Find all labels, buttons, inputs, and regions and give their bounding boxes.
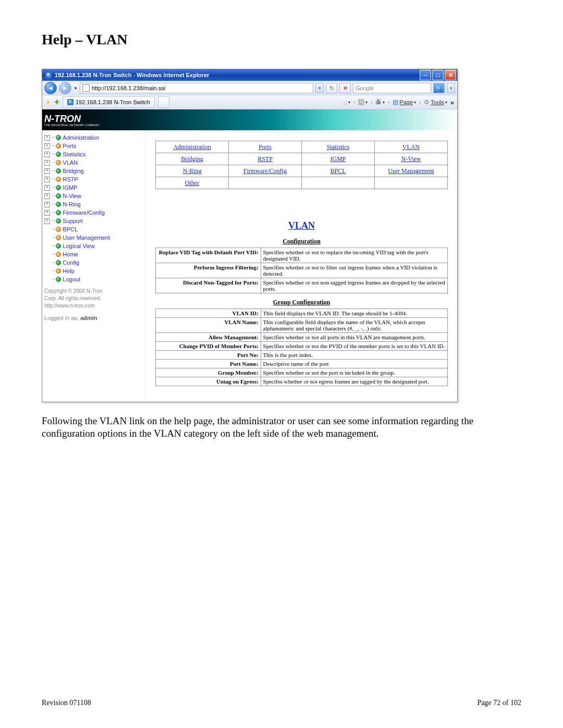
help-nav-link[interactable]: Bridging: [156, 153, 229, 165]
expand-icon[interactable]: +: [44, 202, 50, 207]
expand-icon[interactable]: +: [44, 152, 50, 157]
refresh-button[interactable]: ↻: [326, 83, 337, 93]
sidebar-item-n-ring[interactable]: +···N-Ring: [44, 200, 143, 208]
field-description: Specifies whether or not non-tagged ingr…: [261, 278, 447, 293]
field-label: Untag on Egress:: [156, 377, 261, 386]
expand-icon[interactable]: +: [44, 135, 50, 141]
add-favorite-icon[interactable]: ✚: [54, 98, 59, 106]
expand-icon[interactable]: +: [44, 210, 50, 216]
sidebar-item-firmware-config[interactable]: +···Firmware/Config: [44, 208, 143, 217]
help-nav-link[interactable]: BPCL: [302, 165, 375, 177]
feed-icon: ∿: [358, 99, 364, 105]
help-nav-link[interactable]: VLAN: [375, 141, 448, 153]
tab-favicon-icon: [67, 99, 74, 105]
body-text: Following the VLAN link on the help page…: [42, 415, 521, 440]
tree-connector-icon: ···: [52, 267, 54, 275]
sidebar-item-statistics[interactable]: +···Statistics: [44, 150, 143, 158]
chevron-more-icon[interactable]: »: [450, 98, 454, 106]
field-label: Change PVID of Member Ports:: [156, 342, 261, 351]
search-button[interactable]: 🔍: [433, 83, 445, 93]
sidebar-item-label: Statistics: [63, 150, 85, 158]
expand-icon[interactable]: +: [44, 160, 50, 166]
bullet-icon: [56, 210, 61, 215]
sidebar-item-user-management[interactable]: ···User Management: [44, 233, 143, 242]
sidebar-item-rstp[interactable]: +···RSTP: [44, 175, 143, 183]
expand-icon[interactable]: +: [44, 177, 50, 182]
tree-connector-icon: ···: [52, 200, 54, 208]
help-nav-link[interactable]: Other: [156, 177, 229, 189]
address-field[interactable]: http://192.168.1.238/main.ssi: [80, 83, 313, 93]
sidebar-item-logical-view[interactable]: ···Logical View: [44, 242, 143, 250]
minimize-button[interactable]: ─: [420, 70, 431, 80]
address-dropdown[interactable]: ▾: [315, 83, 324, 93]
field-description: This field displays the VLAN ID. The ran…: [261, 309, 447, 318]
tools-menu[interactable]: ⚙ Tools ▾: [424, 98, 447, 106]
sidebar-item-label: Config: [63, 258, 79, 267]
brand-banner: N-TRON THE INDUSTRIAL NETWORK COMPANY: [42, 109, 457, 130]
group-config-table: VLAN ID:This field displays the VLAN ID.…: [155, 309, 448, 386]
expand-icon[interactable]: +: [44, 193, 50, 199]
sidebar-item-logout[interactable]: ···Logout: [44, 275, 143, 283]
help-nav-link[interactable]: Statistics: [302, 141, 375, 153]
table-row: Discard Non-Tagged for Ports:Specifies w…: [156, 278, 448, 293]
help-nav-link[interactable]: Firmware/Config: [229, 165, 302, 177]
help-nav-link[interactable]: Ports: [229, 141, 302, 153]
table-row: Group Member:Specifies whether or not th…: [156, 368, 448, 377]
bullet-icon: [56, 152, 61, 157]
field-description: Descriptive name of the port: [261, 360, 447, 368]
browser-tab[interactable]: 192.168.1.238 N-Tron Switch: [63, 96, 155, 108]
help-nav-link[interactable]: IGMP: [302, 153, 375, 165]
sidebar-item-administration[interactable]: +···Administration: [44, 133, 143, 142]
expand-icon[interactable]: +: [44, 185, 50, 191]
sidebar-item-home[interactable]: ···Home: [44, 250, 143, 258]
sidebar-item-n-view[interactable]: +···N-View: [44, 192, 143, 200]
maximize-button[interactable]: □: [432, 70, 444, 80]
favorites-icon[interactable]: ★: [45, 98, 51, 106]
sidebar-item-vlan[interactable]: +···VLAN: [44, 158, 143, 167]
stop-button[interactable]: ✕: [339, 83, 351, 93]
page-menu[interactable]: ▤ Page ▾: [393, 98, 416, 106]
bullet-icon: [56, 185, 61, 190]
search-dropdown[interactable]: ▾: [447, 83, 455, 93]
sidebar-item-bpcl[interactable]: ···BPCL: [44, 225, 143, 233]
help-nav-link[interactable]: N-View: [375, 153, 448, 165]
group-config-heading: Group Configuration: [155, 299, 448, 306]
copyright-line2: Corp. All rights reserved.: [44, 295, 143, 302]
sidebar-item-ports[interactable]: +···Ports: [44, 142, 143, 150]
field-label: VLAN ID:: [156, 309, 261, 318]
expand-icon[interactable]: +: [44, 143, 50, 149]
config-table: Replace VID Tag with Default Port VID:Sp…: [155, 248, 448, 293]
help-nav-link[interactable]: N-Ring: [156, 165, 229, 177]
tree-connector-icon: ···: [52, 183, 54, 192]
field-label: Port No:: [156, 351, 261, 360]
new-tab-button[interactable]: [158, 96, 169, 108]
sidebar-item-igmp[interactable]: +···IGMP: [44, 183, 143, 192]
sidebar-item-support[interactable]: +···Support: [44, 217, 143, 225]
sidebar-item-bridging[interactable]: +···Bridging: [44, 167, 143, 175]
expand-icon[interactable]: +: [44, 168, 50, 174]
help-nav-link[interactable]: User Management: [375, 165, 448, 177]
expand-icon[interactable]: +: [44, 218, 50, 224]
sidebar-item-help[interactable]: ···Help: [44, 267, 143, 275]
page-icon: [82, 84, 90, 92]
tree-connector-icon: ···: [52, 142, 54, 150]
nav-dropdown-icon[interactable]: ▼: [74, 86, 78, 91]
tree-connector-icon: ···: [52, 208, 54, 217]
help-nav-link[interactable]: Administration: [156, 141, 229, 153]
help-nav-link[interactable]: RSTP: [229, 153, 302, 165]
sidebar-item-label: User Management: [63, 233, 110, 242]
tools-icon: ⚙: [424, 98, 430, 106]
home-button[interactable]: ⌂▾: [343, 98, 350, 106]
search-field[interactable]: Google: [353, 83, 431, 93]
print-button[interactable]: 🖶▾: [375, 98, 385, 106]
table-row: Change PVID of Member Ports:Specifies wh…: [156, 342, 448, 351]
sidebar-item-config[interactable]: ···Config: [44, 258, 143, 267]
sidebar-item-label: Support: [63, 217, 83, 225]
bullet-icon: [56, 227, 61, 232]
close-button[interactable]: ✕: [445, 70, 456, 80]
back-button[interactable]: ◄: [44, 82, 57, 94]
sidebar: +···Administration+···Ports+···Statistic…: [42, 130, 146, 402]
forward-button[interactable]: ►: [59, 82, 71, 94]
feeds-button[interactable]: ∿▾: [358, 99, 368, 105]
field-description: Specifies whether or not to replace the …: [261, 248, 447, 263]
